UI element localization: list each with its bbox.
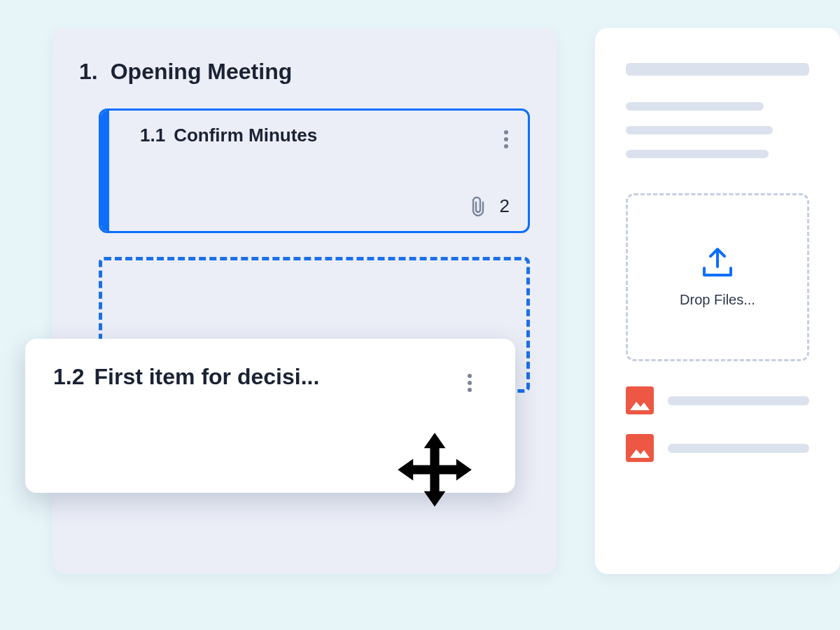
more-vertical-icon	[465, 371, 475, 395]
paperclip-icon	[470, 196, 487, 217]
attachment-indicator[interactable]: 2	[470, 195, 510, 217]
svg-marker-0	[398, 433, 472, 507]
section-number: 1.	[79, 59, 98, 84]
skeleton-line	[668, 444, 809, 453]
section-heading: 1.Opening Meeting	[79, 59, 530, 85]
skeleton-line	[626, 150, 769, 158]
dragging-item-number: 1.2	[53, 364, 84, 389]
side-panel: Drop Files...	[595, 28, 840, 574]
agenda-item-confirm-minutes[interactable]: 1.1Confirm Minutes 2	[99, 108, 530, 233]
image-file-icon	[626, 386, 654, 414]
file-dropzone[interactable]: Drop Files...	[626, 193, 809, 361]
dragging-item-title-text: First item for decisi...	[94, 364, 319, 389]
file-list	[626, 386, 809, 462]
agenda-item-title-text: Confirm Minutes	[174, 125, 317, 146]
skeleton-line	[626, 126, 773, 134]
section-title-text: Opening Meeting	[111, 59, 293, 84]
agenda-item-menu-button[interactable]	[501, 127, 511, 151]
image-file-icon	[626, 434, 654, 462]
agenda-item-title: 1.1Confirm Minutes	[140, 125, 510, 146]
file-item[interactable]	[626, 386, 809, 414]
skeleton-line	[668, 396, 809, 405]
dragging-item-title: 1.2First item for decisi...	[53, 364, 487, 390]
upload-icon	[700, 247, 735, 278]
skeleton-heading	[626, 63, 809, 76]
dropzone-label: Drop Files...	[680, 292, 755, 308]
more-vertical-icon	[501, 127, 511, 151]
dragging-item-menu-button[interactable]	[465, 371, 475, 395]
file-item[interactable]	[626, 434, 809, 462]
attachment-count: 2	[500, 195, 510, 217]
dragging-agenda-item[interactable]: 1.2First item for decisi...	[25, 339, 515, 493]
move-cursor-icon	[396, 431, 473, 508]
skeleton-line	[626, 102, 764, 111]
agenda-item-number: 1.1	[140, 125, 165, 146]
